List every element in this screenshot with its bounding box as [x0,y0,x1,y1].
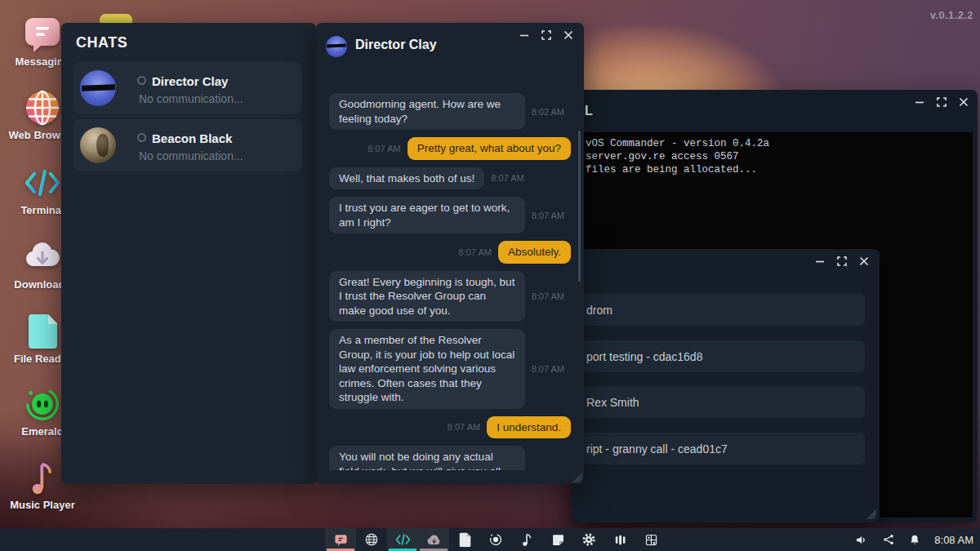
cloud-download-icon [24,239,61,275]
message-bubble: You will not be doing any actual field w… [329,446,525,470]
taskbar-web-browser[interactable] [356,528,387,551]
emerald-icon [24,386,61,422]
scrollbar-thumb[interactable] [578,131,581,282]
taskbar-notes[interactable] [542,528,573,551]
file-item-label: Rex Smith [581,396,639,409]
music-note-icon [24,460,61,495]
message-time: 8:07 AM [532,291,564,301]
conversation-name: Director Clay [152,74,228,88]
message-time: 8:02 AM [532,107,564,117]
message-row: I trust you are eager to get to work, am… [329,197,571,233]
message-time: 8:07 AM [491,173,523,183]
desktop: v.0.1.2.2 Messaging Web Browser [0,0,980,551]
code-icon [395,533,411,546]
document-icon [459,532,471,547]
volume-icon[interactable] [855,533,869,547]
taskbar-apps [325,528,666,551]
clock: 8:08 AM [934,534,973,546]
file-item-label: ript - granny call - cead01c7 [581,442,728,455]
files-window: drom port testing - cdac16d8 Rex Smith r… [572,249,880,522]
avatar [80,127,116,163]
message-bubble: Goodmorning agent. How are we feeling to… [329,93,525,130]
os-version-label: v.0.1.2.2 [930,9,973,21]
file-item[interactable]: Rex Smith [581,386,865,418]
close-icon[interactable] [563,29,574,41]
message-row: As a member of the Resolver Group, it is… [329,329,571,409]
status-ring-icon [137,76,146,85]
minimize-icon[interactable] [814,256,826,267]
taskbar-messaging[interactable] [325,528,356,551]
globe-icon [364,532,379,547]
message-row: Goodmorning agent. How are we feeling to… [329,93,571,130]
message-row: 8:07 AMAbsolutely. [329,241,571,264]
resize-handle[interactable] [865,508,876,519]
maximize-icon[interactable] [936,96,947,108]
taskbar-music-player[interactable] [511,528,542,551]
message-bubble: Absolutely. [498,241,571,264]
message-row: Well, that makes both of us!8:07 AM [329,167,571,190]
share-icon[interactable] [882,533,895,546]
conversation-name: Beacon Black [152,131,232,145]
gear-icon [581,532,596,547]
status-ring-icon [137,133,146,142]
desktop-icon-label: Emerald [21,425,63,438]
message-bubble: As a member of the Resolver Group, it is… [329,329,525,409]
dm-title: Director Clay [355,38,437,52]
messaging-icon [24,16,61,52]
taskbar-panels[interactable] [604,528,635,551]
message-row: Great! Every beginning is tough, but I t… [329,271,571,322]
maximize-icon[interactable] [541,29,552,41]
notes-icon [551,533,565,547]
minimize-icon[interactable] [519,29,530,41]
conversation-item[interactable]: Director Clay No communication... [74,62,302,114]
emerald-disc-icon [488,532,503,547]
chats-title: CHATS [76,34,127,51]
file-item[interactable]: ript - granny call - cead01c7 [581,433,865,464]
resize-handle[interactable] [571,471,582,482]
dm-window: Director Clay Goodmorning agent. How are… [316,23,584,484]
panels-icon [613,533,627,547]
avatar [80,70,116,106]
maximize-icon[interactable] [836,256,848,267]
taskbar-file-reader[interactable] [449,528,480,551]
close-icon[interactable] [858,256,870,267]
file-item[interactable]: drom [581,294,865,326]
calculator-icon [644,533,658,547]
message-row: 8:07 AMPretty great, what about you? [329,137,571,160]
message-time: 8:07 AM [459,247,492,257]
message-bubble: I understand. [487,416,571,439]
chats-window: CHATS Director Clay No communication... … [61,23,316,484]
conversation-preview: No communication... [139,92,243,105]
message-bubble: Pretty great, what about you? [408,137,571,160]
avatar [326,36,347,57]
message-bubble: Well, that makes both of us! [329,167,484,190]
taskbar-downloads[interactable] [418,528,449,551]
minimize-icon[interactable] [914,96,925,108]
document-icon [24,313,61,349]
message-bubble: Great! Every beginning is tough, but I t… [329,271,525,322]
bell-icon[interactable] [908,533,921,547]
message-time: 8:07 AM [532,364,564,374]
close-icon[interactable] [958,96,969,108]
cloud-download-icon [426,533,442,547]
dm-titlebar[interactable]: Director Clay [316,23,584,65]
globe-icon [24,90,61,126]
file-item[interactable]: port testing - cdac16d8 [581,340,865,372]
terminal-line: files are being allocated... [586,163,965,176]
terminal-window-title: L [585,104,593,118]
conversation-item[interactable]: Beacon Black No communication... [74,119,302,171]
taskbar-calculator[interactable] [635,528,666,551]
chat-bubble-icon [334,533,348,547]
message-time: 8:07 AM [368,144,400,153]
message-list: Goodmorning agent. How are we feeling to… [329,88,571,470]
desktop-icon-label: Terminal [20,204,64,216]
message-bubble: I trust you are eager to get to work, am… [329,197,525,233]
message-time: 8:07 AM [532,211,564,220]
file-item-label: drom [581,304,612,317]
terminal-line: server.gov.re access 0567 [586,150,965,163]
taskbar: 8:08 AM [0,528,980,551]
taskbar-terminal[interactable] [387,528,418,551]
taskbar-settings[interactable] [573,528,604,551]
taskbar-emerald[interactable] [480,528,511,551]
code-icon [24,165,61,201]
